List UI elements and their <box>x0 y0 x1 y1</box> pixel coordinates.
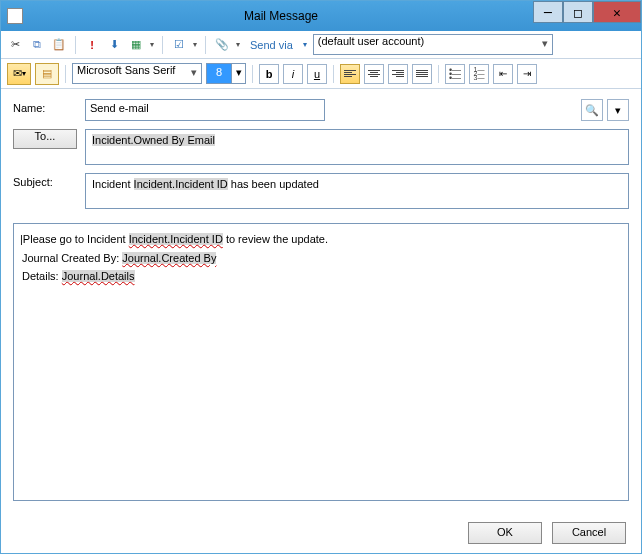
magnifier-icon: 🔍 <box>585 104 599 117</box>
subject-label: Subject: <box>13 173 77 188</box>
font-size-select[interactable]: 8 <box>206 63 232 84</box>
close-button[interactable]: ✕ <box>593 1 641 23</box>
bullet-list-button[interactable]: •—•—•— <box>445 64 465 84</box>
align-justify-button[interactable] <box>412 64 432 84</box>
cut-icon[interactable]: ✂ <box>7 37 23 53</box>
font-family-value: Microsoft Sans Serif <box>77 64 175 76</box>
font-size-value: 8 <box>216 66 222 78</box>
chevron-down-icon: ▾ <box>615 104 621 117</box>
table-icon[interactable]: ▦ <box>128 37 144 53</box>
to-token: Incident.Owned By Email <box>92 134 215 146</box>
attachment-icon[interactable]: 📎 <box>214 37 230 53</box>
body-token-journal-details: Journal.Details <box>62 270 135 282</box>
expand-button[interactable]: ▾ <box>607 99 629 121</box>
main-toolbar: ✂ ⧉ 📋 ! ⬇ ▦▾ ☑▾ 📎▾ Send via▾ (default us… <box>1 31 641 59</box>
font-size-dropdown[interactable]: ▾ <box>232 63 246 84</box>
window-titlebar: Mail Message ─ □ ✕ <box>1 1 641 31</box>
align-center-button[interactable] <box>364 64 384 84</box>
subject-token: Incident.Incident ID <box>134 178 228 190</box>
send-via-label: Send via <box>250 39 293 51</box>
body-line-1: Please go to Incident Incident.Incident … <box>22 230 620 249</box>
mode-text-button[interactable]: ▤ <box>35 63 59 85</box>
name-input[interactable]: Send e-mail <box>85 99 325 121</box>
body-line-3: Details: Journal.Details <box>22 267 620 286</box>
copy-icon[interactable]: ⧉ <box>29 37 45 53</box>
zoom-button[interactable]: 🔍 <box>581 99 603 121</box>
font-family-select[interactable]: Microsoft Sans Serif <box>72 63 202 84</box>
underline-button[interactable]: u <box>307 64 327 84</box>
mode-html-button[interactable]: ✉▾ <box>7 63 31 85</box>
form-area: Name: Send e-mail 🔍 ▾ To... Incident.Own… <box>1 89 641 223</box>
app-icon <box>7 8 23 24</box>
body-line-2: Journal Created By: Journal.Created By <box>22 249 620 268</box>
dialog-footer: OK Cancel <box>468 522 626 544</box>
priority-icon[interactable]: ! <box>84 37 100 53</box>
outdent-button[interactable]: ⇤ <box>493 64 513 84</box>
minimize-button[interactable]: ─ <box>533 1 563 23</box>
paste-icon[interactable]: 📋 <box>51 37 67 53</box>
cancel-button[interactable]: Cancel <box>552 522 626 544</box>
to-label: To... <box>35 130 56 142</box>
align-left-button[interactable] <box>340 64 360 84</box>
name-label: Name: <box>13 99 77 114</box>
italic-button[interactable]: i <box>283 64 303 84</box>
window-title: Mail Message <box>29 9 533 23</box>
bold-button[interactable]: b <box>259 64 279 84</box>
send-via-select[interactable]: (default user account) <box>313 34 553 55</box>
page-icon: ▤ <box>42 67 52 80</box>
maximize-button[interactable]: □ <box>563 1 593 23</box>
subject-input[interactable]: Incident Incident.Incident ID has been u… <box>85 173 629 209</box>
body-token-journal-created-by: Journal.Created By <box>122 252 216 264</box>
send-via-value: (default user account) <box>318 35 424 47</box>
align-right-button[interactable] <box>388 64 408 84</box>
subject-suffix: has been updated <box>228 178 319 190</box>
low-priority-icon[interactable]: ⬇ <box>106 37 122 53</box>
subject-prefix: Incident <box>92 178 134 190</box>
to-input[interactable]: Incident.Owned By Email <box>85 129 629 165</box>
to-button[interactable]: To... <box>13 129 77 149</box>
body-token-incident-id: Incident.Incident ID <box>129 233 223 245</box>
indent-button[interactable]: ⇥ <box>517 64 537 84</box>
check-icon[interactable]: ☑ <box>171 37 187 53</box>
message-body[interactable]: Please go to Incident Incident.Incident … <box>13 223 629 501</box>
ok-button[interactable]: OK <box>468 522 542 544</box>
number-list-button[interactable]: 1—2—3— <box>469 64 489 84</box>
format-toolbar: ✉▾ ▤ Microsoft Sans Serif 8 ▾ b i u •—•—… <box>1 59 641 89</box>
name-value: Send e-mail <box>90 102 149 114</box>
envelope-icon: ✉ <box>13 67 22 80</box>
